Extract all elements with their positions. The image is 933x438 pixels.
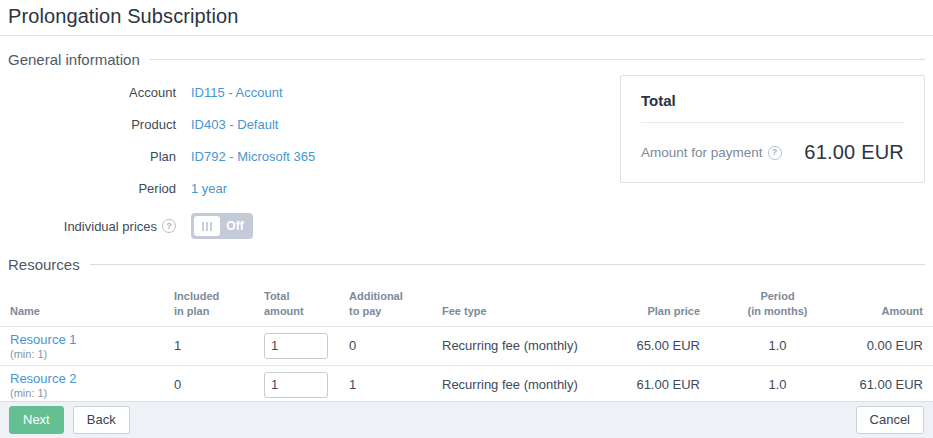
total-panel: Total Amount for payment ? 61.00 EUR <box>620 75 925 183</box>
help-icon[interactable]: ? <box>162 219 176 233</box>
toggle-grip-icon <box>194 216 220 236</box>
additional-to-pay-value: 0 <box>339 326 432 365</box>
amount-value: 0.00 EUR <box>845 326 933 365</box>
column-header-period: Period (in months) <box>700 285 845 326</box>
general-information-section: Account ID115 - Account Product ID403 - … <box>0 85 933 239</box>
section-divider <box>90 264 925 265</box>
column-header-plan-price: Plan price <box>590 285 700 326</box>
included-in-plan-value: 1 <box>164 326 254 365</box>
amount-for-payment-row: Amount for payment ? 61.00 EUR <box>641 141 904 164</box>
section-title-resources: Resources <box>8 256 80 273</box>
section-divider <box>150 59 925 60</box>
column-header-included-in-plan: Included in plan <box>164 285 254 326</box>
amount-for-payment-value: 61.00 EUR <box>804 141 904 164</box>
page-title: Prolongation Subscription <box>0 0 933 36</box>
resource-min-label: (min: 1) <box>10 348 164 360</box>
column-header-fee-type: Fee type <box>432 285 590 326</box>
resource-link[interactable]: Resource 1 <box>10 332 164 347</box>
section-header-general-information: General information <box>8 51 925 68</box>
help-icon[interactable]: ? <box>768 146 782 160</box>
period-value: 1.0 <box>700 326 845 365</box>
account-label: Account <box>0 85 176 100</box>
field-row-period: Period 1 year <box>0 181 933 196</box>
field-row-individual-prices: Individual prices ? Off <box>0 213 933 239</box>
period-link[interactable]: 1 year <box>191 181 227 196</box>
additional-to-pay-value: 1 <box>339 365 432 404</box>
table-header-row: Name Included in plan Total amount Addit… <box>0 285 933 326</box>
account-link[interactable]: ID115 - Account <box>191 85 283 100</box>
plan-price-value: 65.00 EUR <box>590 326 700 365</box>
individual-prices-toggle[interactable]: Off <box>191 213 253 239</box>
table-row-resource-2: Resource 2 (min: 1) 0 1 Recurring fee (m… <box>0 365 933 404</box>
total-amount-input[interactable] <box>264 372 328 398</box>
prolongation-subscription-page: Prolongation Subscription General inform… <box>0 0 933 438</box>
individual-prices-label: Individual prices ? <box>0 219 176 234</box>
product-label: Product <box>0 117 176 132</box>
total-panel-divider <box>641 122 904 123</box>
plan-price-value: 61.00 EUR <box>590 365 700 404</box>
amount-for-payment-label: Amount for payment ? <box>641 145 782 160</box>
column-header-total-amount: Total amount <box>254 285 339 326</box>
cancel-button[interactable]: Cancel <box>856 406 924 434</box>
total-panel-title: Total <box>641 92 904 109</box>
product-link[interactable]: ID403 - Default <box>191 117 278 132</box>
plan-link[interactable]: ID792 - Microsoft 365 <box>191 149 315 164</box>
resource-min-label: (min: 1) <box>10 387 164 399</box>
fee-type-value: Recurring fee (monthly) <box>432 365 590 404</box>
back-button[interactable]: Back <box>73 406 130 434</box>
plan-label: Plan <box>0 149 176 164</box>
column-header-amount: Amount <box>845 285 933 326</box>
individual-prices-label-text: Individual prices <box>64 219 157 234</box>
included-in-plan-value: 0 <box>164 365 254 404</box>
toggle-state-label: Off <box>220 219 250 233</box>
fee-type-value: Recurring fee (monthly) <box>432 326 590 365</box>
amount-for-payment-label-text: Amount for payment <box>641 145 763 160</box>
column-header-additional-to-pay: Additional to pay <box>339 285 432 326</box>
column-header-name: Name <box>0 285 164 326</box>
period-label: Period <box>0 181 176 196</box>
table-row-resource-1: Resource 1 (min: 1) 1 0 Recurring fee (m… <box>0 326 933 365</box>
section-title-general: General information <box>8 51 140 68</box>
next-button[interactable]: Next <box>9 406 64 434</box>
section-header-resources: Resources <box>8 256 925 273</box>
total-amount-input[interactable] <box>264 333 328 359</box>
resource-link[interactable]: Resource 2 <box>10 371 164 386</box>
action-bar: Next Back Cancel <box>0 401 933 438</box>
period-value: 1.0 <box>700 365 845 404</box>
resources-table: Name Included in plan Total amount Addit… <box>0 285 933 405</box>
amount-value: 61.00 EUR <box>845 365 933 404</box>
